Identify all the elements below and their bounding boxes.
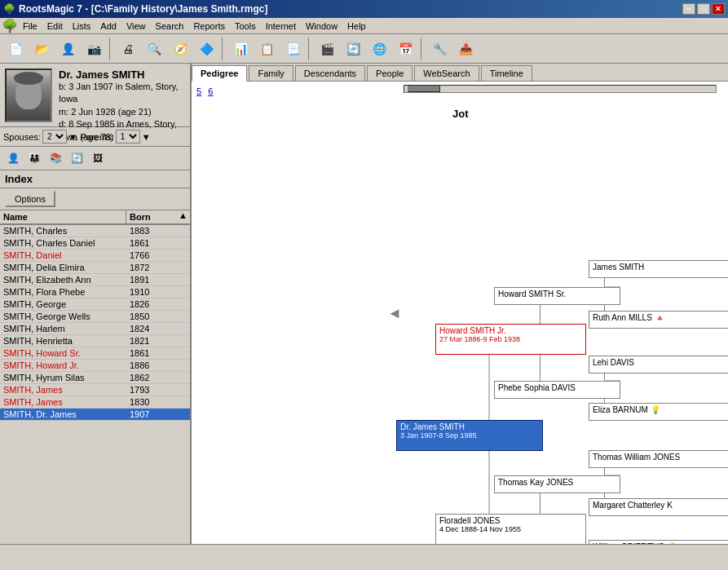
index-row-name: SMITH, George Wells bbox=[0, 311, 126, 322]
navigate-button[interactable]: 🧭 bbox=[168, 38, 192, 60]
pedigree-box-margaret[interactable]: Margaret Chatterley K bbox=[589, 498, 728, 516]
index-row[interactable]: SMITH, Delia Elmira1872 bbox=[0, 262, 190, 274]
index-row[interactable]: SMITH, James1830 bbox=[0, 396, 190, 409]
search-button[interactable]: 🔍 bbox=[142, 38, 166, 60]
index-row[interactable]: SMITH, Howard Sr.1861 bbox=[0, 347, 190, 360]
tab-descendants[interactable]: Descendants bbox=[295, 65, 365, 81]
options-button[interactable]: Options bbox=[5, 191, 55, 207]
media-button[interactable]: 🎬 bbox=[315, 38, 339, 60]
index-row[interactable]: SMITH, Charles Daniel1861 bbox=[0, 237, 190, 250]
index-row[interactable]: SMITH, Flora Phebe1910 bbox=[0, 286, 190, 298]
minimize-button[interactable]: − bbox=[682, 3, 695, 15]
calendar-button[interactable]: 📅 bbox=[393, 38, 417, 60]
pedigree-box-thomas-kay[interactable]: Thomas Kay JONES bbox=[494, 475, 620, 493]
pedigree-box-ruth-ann[interactable]: Ruth Ann MILLS 🔺 bbox=[589, 311, 728, 329]
globe-button[interactable]: 🌐 bbox=[367, 38, 391, 60]
person-sources-button[interactable]: 📚 bbox=[46, 149, 65, 167]
menu-internet[interactable]: Internet bbox=[261, 20, 301, 33]
sync-button[interactable]: 🔄 bbox=[341, 38, 365, 60]
tab-timeline[interactable]: Timeline bbox=[481, 65, 532, 81]
pedigree-box-floradell[interactable]: Floradell JONES 4 Dec 1888-14 Nov 1955 bbox=[435, 514, 586, 544]
person-family-button[interactable]: 👨‍👩‍👧 bbox=[24, 149, 44, 167]
new-file-button[interactable]: 📄 bbox=[3, 38, 28, 60]
index-scroll-area[interactable]: SMITH, Charles1883SMITH, Charles Daniel1… bbox=[0, 225, 190, 510]
person-photo bbox=[5, 68, 52, 122]
tab-websearch[interactable]: WebSearch bbox=[414, 65, 479, 81]
export-btn[interactable]: 📤 bbox=[453, 38, 478, 60]
chart-button[interactable]: 📊 bbox=[228, 38, 253, 60]
menu-bar: 🌳 File Edit Lists Add View Search Report… bbox=[0, 18, 728, 34]
scroll-indicator: ▲ bbox=[179, 210, 190, 223]
menu-window[interactable]: Window bbox=[301, 20, 342, 33]
main-layout: Dr. James SMITH b: 3 Jan 1907 in Salem, … bbox=[0, 64, 728, 544]
pedigree-box-thomas-william[interactable]: Thomas William JONES bbox=[589, 450, 728, 468]
lehi-name: Lehi DAVIS bbox=[593, 358, 728, 367]
main-person-dates: 3 Jan 1907-8 Sep 1985 bbox=[400, 431, 539, 440]
pedigree-box-howard-sr[interactable]: Howard SMITH Sr. bbox=[494, 287, 620, 305]
pedigree-box-lehi[interactable]: Lehi DAVIS bbox=[589, 356, 728, 373]
horizontal-scrollbar-thumb[interactable] bbox=[408, 86, 440, 92]
menu-tools[interactable]: Tools bbox=[230, 20, 261, 33]
pedigree-box-howard-jr[interactable]: Howard SMITH Jr. 27 Mar 1886-9 Feb 1938 bbox=[435, 324, 586, 355]
person-edit-button[interactable]: 👤 bbox=[3, 149, 23, 167]
nav-link-5[interactable]: 5 bbox=[196, 86, 201, 96]
parents-dropdown[interactable]: 1 bbox=[116, 130, 140, 144]
index-row[interactable]: SMITH, George Wells1850 bbox=[0, 311, 190, 323]
open-button[interactable]: 📂 bbox=[29, 38, 54, 60]
diamond-button[interactable]: 🔷 bbox=[194, 38, 218, 60]
menu-file[interactable]: File bbox=[18, 20, 42, 33]
tools-btn[interactable]: 🔧 bbox=[427, 38, 452, 60]
pedigree-box-william-g[interactable]: William GRIFFITHS 💡 bbox=[589, 540, 728, 544]
menu-add[interactable]: Add bbox=[95, 20, 121, 33]
index-row-name: SMITH, Henrietta bbox=[0, 335, 126, 347]
index-row-born: 1862 bbox=[126, 372, 190, 383]
thomas-kay-name: Thomas Kay JONES bbox=[498, 478, 616, 487]
report-button[interactable]: 📋 bbox=[254, 38, 279, 60]
index-row-born: 1850 bbox=[126, 311, 190, 322]
index-row[interactable]: SMITH, George1826 bbox=[0, 298, 190, 311]
tab-pedigree[interactable]: Pedigree bbox=[192, 65, 247, 82]
menu-view[interactable]: View bbox=[121, 20, 151, 33]
index-row[interactable]: SMITH, Hyrum Silas1862 bbox=[0, 372, 190, 384]
index-table: Name Born ▲ SMITH, Charles1883SMITH, Cha… bbox=[0, 210, 190, 544]
index-row-name: SMITH, Charles bbox=[0, 225, 126, 236]
spouses-dropdown[interactable]: 2 bbox=[42, 130, 67, 144]
index-row[interactable]: SMITH, Howard Jr.1886 bbox=[0, 360, 190, 372]
person-button[interactable]: 👤 bbox=[55, 38, 80, 60]
index-row-name: SMITH, Howard Sr. bbox=[0, 347, 126, 359]
close-button[interactable]: ✕ bbox=[712, 3, 725, 15]
index-row-born: 1872 bbox=[126, 262, 190, 273]
left-panel: Dr. James SMITH b: 3 Jan 1907 in Salem, … bbox=[0, 64, 192, 544]
selectors-panel: Spouses: 2 ▼ Parents: 1 ▼ bbox=[0, 127, 190, 147]
tab-people[interactable]: People bbox=[367, 65, 413, 81]
person-media-button[interactable]: 🖼 bbox=[88, 149, 108, 167]
list-button[interactable]: 📃 bbox=[280, 38, 305, 60]
spouses-dropdown-arrow: ▼ bbox=[68, 132, 77, 142]
index-row-born: 1883 bbox=[126, 225, 190, 236]
print-button[interactable]: 🖨 bbox=[116, 38, 140, 60]
nav-link-6[interactable]: 6 bbox=[208, 86, 213, 96]
camera-button[interactable]: 📷 bbox=[82, 38, 106, 60]
tab-family[interactable]: Family bbox=[249, 65, 293, 81]
index-row[interactable]: SMITH, Daniel1766 bbox=[0, 250, 190, 262]
pedigree-box-eliza[interactable]: Eliza BARNUM 💡 bbox=[589, 403, 728, 421]
index-row[interactable]: SMITH, Harlem1824 bbox=[0, 323, 190, 335]
maximize-button[interactable]: □ bbox=[697, 3, 710, 15]
index-row[interactable]: SMITH, James1793 bbox=[0, 384, 190, 396]
index-row[interactable]: SMITH, Dr. James1907 bbox=[0, 409, 190, 421]
menu-edit[interactable]: Edit bbox=[42, 20, 68, 33]
pedigree-box-main[interactable]: Dr. James SMITH 3 Jan 1907-8 Sep 1985 bbox=[396, 420, 543, 451]
pedigree-arrow-left[interactable]: ◄ bbox=[387, 304, 402, 321]
menu-lists[interactable]: Lists bbox=[68, 20, 96, 33]
pedigree-box-phebe[interactable]: Phebe Sophia DAVIS bbox=[494, 381, 620, 399]
index-row[interactable]: SMITH, Charles1883 bbox=[0, 225, 190, 237]
horizontal-scrollbar[interactable] bbox=[404, 85, 717, 93]
person-refresh-button[interactable]: 🔄 bbox=[67, 149, 86, 167]
index-row[interactable]: SMITH, Elizabeth Ann1891 bbox=[0, 274, 190, 286]
menu-help[interactable]: Help bbox=[342, 20, 371, 33]
menu-reports[interactable]: Reports bbox=[188, 20, 230, 33]
pedigree-box-james-smith[interactable]: James SMITH bbox=[589, 260, 728, 278]
index-row[interactable]: SMITH, Henrietta1821 bbox=[0, 335, 190, 347]
menu-search[interactable]: Search bbox=[151, 20, 189, 33]
index-row-name: SMITH, George bbox=[0, 298, 126, 310]
